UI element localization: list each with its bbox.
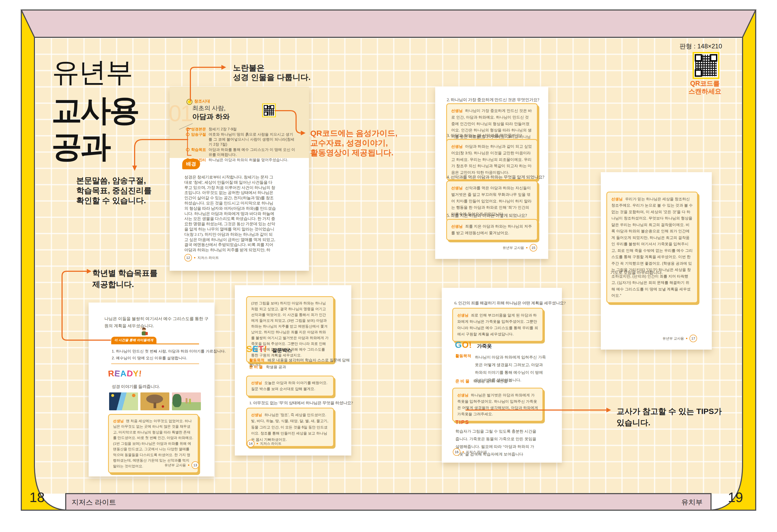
section-badge-background: 배경 [182,159,200,169]
closing-note: 기도로 모임을 마무리합니다. [610,270,662,275]
footer-brand: 지저스 라이트 [260,441,282,446]
teacher-answer-box: 선생님우리가 믿는 하나님은 세상을 창조하신 창조주예요. 우리가 눈으로 볼… [606,191,698,303]
lesson-title-line2: 아담과 하와 [192,112,230,121]
tips-label: TIPS [455,419,469,425]
page-footer: 유년부 교사용 13 [164,461,199,469]
footer-brand: 지저스 라이트 [466,450,487,454]
ready-description: 성경 이야기를 들려줍니다. [112,384,159,390]
bottom-bar-department: 유치부 [644,498,702,507]
meta-row: 중심진리 하나님은 아담과 하와의 허물을 덮어주셨습니다. [186,157,299,162]
prep-row: 준 비 물 학생용 공과, 색연필 [455,379,508,384]
question: 5. 죄를 지은 아담과 하와는 어떻게 되었나요? [447,213,527,219]
annotation-qr-contents: QR코드에는 음성가이드, 교수자료, 성경이야기, 활동영상이 제공됩니다. [310,128,398,157]
annotation-yellow-book: 노란불은 성경 인물을 다룹니다. [233,63,311,82]
cover-title-line2: 교사용 [51,90,138,131]
lesson-body-text: 성경은 창세기로부터 시작합니다. 창세기는 문자 그대로 '창세', 세상이 … [184,174,276,253]
question: 6. 인간의 죄를 해결하기 위해 하나님은 어떤 계획을 세우셨나요? [454,300,566,306]
set-logo: SET! [246,344,267,354]
bullet-icon [186,148,190,151]
qr-code-lesson [262,104,276,117]
page-footer: 12 지저스 라이트 [184,254,219,262]
leader-dot-icon [462,451,464,452]
page-footer: 16 지저스 라이트 [453,448,487,456]
prep-row: 준 비 물 학생용 공과 [249,365,286,370]
teacher-answer-box: 선생님죄를 지은 아담과 하와는 하나님의 저주를 받고 에덴동산에서 쫓겨났어… [446,219,538,241]
annotation-grade-goals: 학년별 학습목표를 제공합니다. [92,267,157,290]
spread-page-number-right: 19 [724,490,747,505]
story-images [109,392,202,411]
sample-page-set: (2번 그림을 보며) 하지만 아담과 하와는 하나님처럼 되고 싶었고, 결국… [235,285,351,455]
teacher-answer-box: 선생님오늘은 아담과 하와 이야기를 배웠어요. 질문 박스를 보며 순서대로 … [246,376,334,396]
brochure-spread: 유년부 교사용 공과 판형 : 148×210 QR코드를 스캔하세요 노란불은… [0,0,777,532]
leader-dot-icon [188,464,189,466]
page-number-badge: 16 [453,448,460,456]
lesson-meta-list: 성경본문 창세기 2장 7-9절 암송구절 여호와 하나님이 땅의 흙으로 사람… [186,127,299,163]
question: 1. 아무것도 없는 '무'의 상태에서 하나님은 무엇을 하셨나요? [249,400,353,406]
annotation-tips: 교사가 참고할 수 있는 TIPS가 있습니다. [617,406,722,428]
spread-page-number-left: 18 [25,490,49,505]
divider [111,344,199,344]
go-logo-row: GO! 가죽옷 [455,340,492,350]
leader-dot-icon [526,247,528,248]
divider [111,364,199,364]
activity-title: 가죽옷 [477,343,492,349]
continuation-text: 나님은 이들을 불쌍히 여기셔서 예수 그리스도를 통한 구원의 계획을 세우셨… [104,315,210,329]
sample-page-closing: 선생님우리가 믿는 하나님은 세상을 창조하신 창조주예요. 우리가 눈으로 볼… [601,172,712,350]
qr-finder-icon [264,105,268,109]
teacher-answer-box: 선생님하나님은 벌거벗은 아담과 하와에게 가죽옷을 입혀주셨어요. 하나님이 … [452,388,543,422]
page-footer: 유년부 교사용 17 [662,335,697,342]
page-number-badge: 13 [192,461,199,469]
sample-page-go: 6. 인간의 죄를 해결하기 위해 하나님은 어떤 계획을 세우셨나요? 선생님… [442,288,562,462]
bullet-icon [186,127,190,131]
page-footer: 14 지저스 라이트 [247,440,282,447]
meta-row: 학습목표 아담과 하와를 통해 예수 그리스도가 이 땅에 오신 이유를 이해합… [186,147,299,157]
boy-illustration [140,327,148,337]
lesson-title-line1: 최초의 사람, [192,104,226,112]
page-number-badge: 12 [184,254,192,262]
cover-title-line1: 유년부 [52,54,132,91]
ready-logo: READY! [108,369,142,379]
era-dot-icon [187,99,193,105]
qr-finder-icon [264,112,268,116]
goal-item: 2. 예수님이 이 땅에 오신 이유를 설명합니다. [112,356,187,361]
teacher-answer-box: 선생님죄로 인해 부끄러움을 알게 된 아담과 하와에게 하나님은 가죽옷을 입… [452,308,543,342]
sample-page-lesson-opener: 01 창조시대 최초의 사람, 아담과 하와 성경본문 창세기 2장 7-9절 [170,87,309,271]
leader-dot-icon [257,443,258,444]
frame-top-bar [21,10,756,37]
footer-brand: 유년부 교사용 [164,463,186,468]
story-image-tree [140,392,169,410]
qr-finder-icon [270,105,274,109]
sample-page-questions: 2. 하나님이 가장 중요하게 만드신 것은 무엇인가요? 선생님하나님이 가장… [435,87,548,259]
era-label: 창조시대 [194,99,210,104]
frame-bottom-bar [66,494,711,510]
set-logo-row: SET! 질문박스 [246,344,292,354]
meta-row: 암송구절 여호와 하나님이 땅의 흙으로 사람을 지으시고 생기를 그 코에 불… [186,132,299,147]
qr-caption: QR코드를 스캔하세요 [680,80,730,95]
sample-page-ready: 나님은 이들을 불쌍히 여기셔서 예수 그리스도를 통한 구원의 계획을 세우셨… [89,302,214,477]
footer-brand: 유년부 교사용 [662,336,684,341]
footer-brand: 유년부 교사용 [503,246,524,250]
activity-title: 질문박스 [272,348,292,353]
page-number-badge: 15 [530,244,537,252]
leader-dot-icon [194,257,195,258]
question: 2. 하나님이 가장 중요하게 만드신 것은 무엇인가요? [447,97,539,103]
qr-finder-icon [695,70,702,77]
bottom-bar-brand: 지저스 라이트 [72,498,116,507]
qr-finder-icon [710,54,717,61]
question: 3. 아담과 하와는 왜 선악과를 먹었을까요? [447,133,522,139]
footer-brand: 지저스 라이트 [198,256,219,260]
go-logo: GO! [455,340,472,350]
qr-finder-icon [695,54,702,61]
goal-item: 1. 하나님이 만드신 첫 번째 사람, 아담과 하와 이야기를 가르칩니다. [112,349,226,354]
page-number-badge: 17 [689,335,697,342]
meta-row: 성경본문 창세기 2장 7-9절 [186,127,299,132]
story-image-expulsion [172,392,201,410]
page-footer: 유년부 교사용 15 [503,244,537,252]
annotation-lesson-meta: 본문말씀, 암송구절, 학습목표, 중심진리를 확인할 수 있습니다. [76,175,143,206]
lesson-header: 01 창조시대 최초의 사람, 아담과 하와 성경본문 창세기 2장 7-9절 [170,87,309,158]
story-image-creation [109,392,138,410]
leader-dot-icon [686,338,687,339]
page-number-badge: 14 [247,440,254,447]
format-label: 판형 : 148×210 [672,42,730,50]
qr-code-scan [693,52,719,79]
